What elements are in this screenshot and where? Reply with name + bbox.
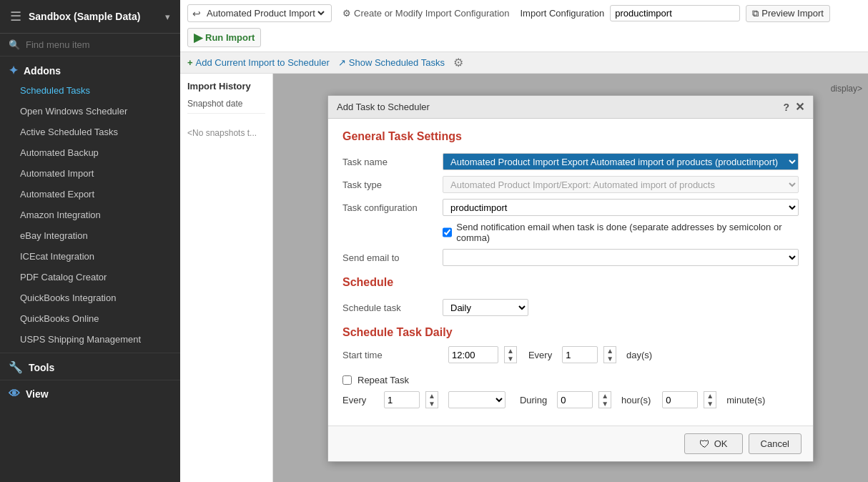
minutes-label: minute(s) bbox=[726, 395, 765, 405]
repeat-task-checkbox[interactable] bbox=[342, 375, 352, 385]
every-spinner[interactable]: ▲▼ bbox=[603, 346, 616, 363]
repeat-task-label: Repeat Task bbox=[357, 375, 409, 385]
task-type-control: Automated Product Import/Export: Automat… bbox=[443, 176, 799, 193]
modal-body: General Task Settings Task name Automate… bbox=[328, 119, 813, 426]
task-name-control: Automated Product Import Export Automate… bbox=[443, 153, 799, 170]
external-link-icon: ↗ bbox=[338, 57, 346, 68]
app-title: Sandbox (Sample Data) bbox=[29, 11, 158, 22]
schedule-task-select[interactable]: Daily bbox=[443, 299, 528, 316]
add-task-modal: Add Task to Scheduler ? ✕ General Task S… bbox=[327, 95, 814, 462]
run-import-btn[interactable]: ▶ Run Import bbox=[187, 28, 261, 47]
sidebar-section-view-label: View bbox=[26, 388, 49, 400]
chevron-down-icon[interactable]: ▾ bbox=[165, 11, 170, 22]
import-history-title: Import History bbox=[187, 81, 265, 92]
no-snapshots-text: <No snapshots t... bbox=[187, 128, 265, 138]
hamburger-icon[interactable]: ☰ bbox=[10, 9, 21, 24]
sidebar-item-usps-shipping[interactable]: USPS Shipping Management bbox=[0, 329, 180, 350]
gear-icon: ⚙ bbox=[342, 8, 351, 19]
import-config-input[interactable] bbox=[610, 5, 740, 21]
notification-label: Send notification email when task is don… bbox=[456, 222, 799, 243]
toolbar-top: ↩ Automated Product Import ⚙ Create or M… bbox=[180, 0, 868, 52]
preview-import-btn[interactable]: ⧉ Preview Import bbox=[746, 5, 830, 22]
show-scheduled-tasks-btn[interactable]: ↗ Show Scheduled Tasks bbox=[338, 57, 445, 68]
sidebar-item-quickbooks-integration[interactable]: QuickBooks Integration bbox=[0, 287, 180, 308]
email-to-row: Send email to bbox=[342, 249, 799, 266]
task-name-select[interactable]: Automated Product Import Export Automate… bbox=[443, 153, 799, 170]
schedule-task-label: Schedule task bbox=[342, 303, 443, 313]
sidebar-item-pdf-catalog-creator[interactable]: PDF Catalog Creator bbox=[0, 267, 180, 287]
start-time-spinner[interactable]: ▲▼ bbox=[504, 346, 517, 363]
task-config-label: Task configuration bbox=[342, 202, 443, 213]
every-label: Every bbox=[528, 350, 552, 360]
notification-checkbox-row: Send notification email when task is don… bbox=[443, 222, 799, 243]
sidebar-item-scheduled-tasks[interactable]: Scheduled Tasks bbox=[0, 80, 180, 101]
repeat-checkbox-row: Repeat Task bbox=[342, 375, 799, 385]
minutes-spinner[interactable]: ▲▼ bbox=[704, 391, 716, 408]
sidebar-search-bar: 🔍 bbox=[0, 34, 180, 56]
start-time-label: Start time bbox=[342, 350, 443, 360]
repeat-section: Repeat Task Every ▲▼ bbox=[342, 375, 799, 408]
task-config-select[interactable]: productimport bbox=[443, 199, 799, 216]
sidebar-item-icecat-integration[interactable]: ICEcat Integration bbox=[0, 246, 180, 267]
sidebar-section-tools-label: Tools bbox=[29, 362, 54, 373]
main-content: ↩ Automated Product Import ⚙ Create or M… bbox=[180, 0, 868, 482]
email-to-label: Send email to bbox=[342, 252, 443, 263]
general-settings-heading: General Task Settings bbox=[342, 130, 799, 143]
during-value-input[interactable] bbox=[557, 391, 593, 408]
during-spinner[interactable]: ▲▼ bbox=[598, 391, 611, 408]
puzzle-icon: ✦ bbox=[9, 64, 18, 77]
email-to-select[interactable] bbox=[443, 249, 799, 266]
plus-icon: + bbox=[187, 57, 193, 68]
search-input[interactable] bbox=[26, 39, 172, 50]
content-area: Import History Snapshot date <No snapsho… bbox=[180, 74, 868, 482]
add-to-scheduler-btn[interactable]: + Add Current Import to Scheduler bbox=[187, 57, 330, 68]
modal-overlay: Add Task to Scheduler ? ✕ General Task S… bbox=[273, 74, 868, 482]
eye-icon: 👁 bbox=[9, 388, 20, 400]
sidebar-item-automated-export[interactable]: Automated Export bbox=[0, 184, 180, 205]
start-time-input[interactable] bbox=[448, 346, 498, 363]
task-type-label: Task type bbox=[342, 179, 443, 190]
modal-close-btn[interactable]: ✕ bbox=[795, 100, 804, 114]
preview-icon: ⧉ bbox=[752, 8, 759, 19]
toolbar-bottom: + Add Current Import to Scheduler ↗ Show… bbox=[180, 52, 868, 74]
every-repeat-spinner[interactable]: ▲▼ bbox=[425, 391, 438, 408]
modal-footer: 🛡 OK Cancel bbox=[328, 426, 813, 461]
cancel-button[interactable]: Cancel bbox=[749, 433, 802, 454]
import-type-dropdown[interactable]: ↩ Automated Product Import bbox=[187, 4, 332, 22]
sidebar-item-amazon-integration[interactable]: Amazon Integration bbox=[0, 205, 180, 225]
every-value-input[interactable] bbox=[562, 346, 598, 363]
import-type-select[interactable]: Automated Product Import bbox=[204, 7, 327, 19]
wrench-icon: 🔧 bbox=[9, 360, 23, 374]
sidebar-header: ☰ Sandbox (Sample Data) ▾ bbox=[0, 0, 180, 34]
every-repeat-input[interactable] bbox=[384, 391, 420, 408]
configure-btn[interactable]: ⚙ bbox=[453, 56, 463, 69]
create-modify-btn[interactable]: ⚙ Create or Modify Import Configuration bbox=[337, 5, 514, 21]
work-area: display> Add Task to Scheduler ? ✕ bbox=[273, 74, 868, 482]
modal-help-btn[interactable]: ? bbox=[783, 102, 789, 113]
daily-row: Start time ▲▼ Every ▲▼ day(s) bbox=[342, 346, 799, 363]
sidebar-section-tools: 🔧 Tools bbox=[0, 353, 180, 377]
task-type-select[interactable]: Automated Product Import/Export: Automat… bbox=[443, 176, 799, 193]
sidebar-item-ebay-integration[interactable]: eBay Integration bbox=[0, 225, 180, 246]
schedule-task-row: Schedule task Daily bbox=[342, 299, 799, 316]
modal-controls: ? ✕ bbox=[783, 100, 804, 114]
notification-checkbox[interactable] bbox=[443, 227, 452, 237]
modal-header: Add Task to Scheduler ? ✕ bbox=[328, 96, 813, 119]
import-history-panel: Import History Snapshot date <No snapsho… bbox=[180, 74, 273, 482]
during-label: During bbox=[520, 395, 547, 405]
minutes-value-input[interactable] bbox=[662, 391, 698, 408]
search-icon: 🔍 bbox=[9, 39, 20, 50]
sidebar-item-open-windows-scheduler[interactable]: Open Windows Scheduler bbox=[0, 101, 180, 122]
modal-title: Add Task to Scheduler bbox=[337, 102, 430, 112]
task-config-control: productimport bbox=[443, 199, 799, 216]
sidebar-section-addons: ✦ Addons bbox=[0, 56, 180, 80]
sidebar-item-automated-import[interactable]: Automated Import bbox=[0, 163, 180, 184]
sidebar-item-active-scheduled-tasks[interactable]: Active Scheduled Tasks bbox=[0, 122, 180, 142]
repeat-unit-select[interactable] bbox=[448, 391, 505, 408]
ok-button[interactable]: 🛡 OK bbox=[684, 433, 743, 454]
hours-label: hour(s) bbox=[621, 395, 651, 405]
repeat-config-row: Every ▲▼ During bbox=[342, 391, 799, 408]
task-type-row: Task type Automated Product Import/Expor… bbox=[342, 176, 799, 193]
sidebar-item-quickbooks-online[interactable]: QuickBooks Online bbox=[0, 308, 180, 329]
sidebar-item-automated-backup[interactable]: Automated Backup bbox=[0, 142, 180, 163]
